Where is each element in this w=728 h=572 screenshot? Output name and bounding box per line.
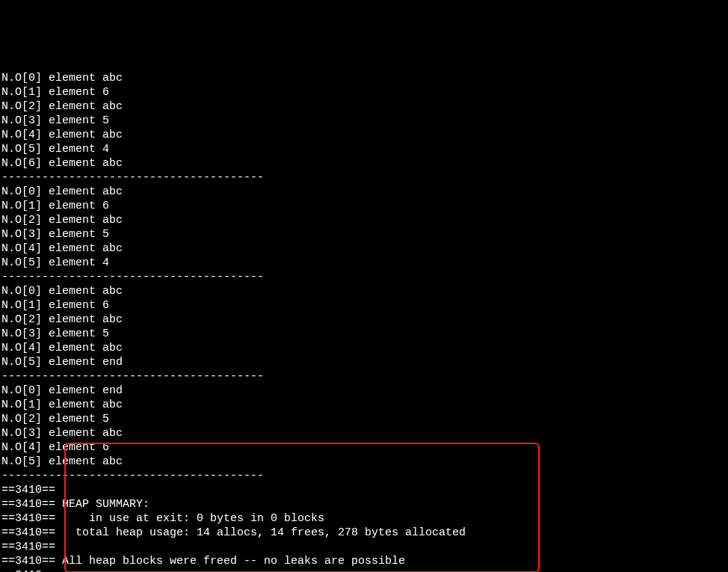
output-line: N.O[3] element 5 [1, 114, 727, 128]
output-line: N.O[5] element 4 [1, 256, 727, 270]
separator-line: --------------------------------------- [1, 469, 727, 483]
output-line: N.O[5] element 4 [1, 142, 727, 156]
output-line: N.O[4] element abc [1, 128, 727, 142]
output-line: N.O[3] element 5 [1, 227, 727, 242]
valgrind-line: ==3410== HEAP SUMMARY: [1, 497, 727, 511]
output-line: N.O[0] element abc [1, 71, 727, 85]
output-line: N.O[5] element end [1, 355, 727, 369]
output-line: N.O[2] element abc [1, 99, 727, 114]
separator-line: --------------------------------------- [1, 270, 727, 284]
output-line: N.O[1] element abc [1, 398, 727, 412]
output-line: N.O[4] element abc [1, 242, 727, 256]
output-line: N.O[0] element abc [1, 284, 727, 298]
output-line: N.O[3] element 5 [1, 327, 727, 341]
output-line: N.O[6] element abc [1, 156, 727, 170]
separator-line: --------------------------------------- [1, 170, 727, 185]
valgrind-line: ==3410== [1, 540, 727, 554]
output-line: N.O[4] element abc [1, 341, 727, 355]
terminal-output[interactable]: N.O[0] element abcN.O[1] element 6N.O[2]… [0, 71, 728, 572]
output-line: N.O[5] element abc [1, 455, 727, 469]
valgrind-line: ==3410== [1, 568, 727, 572]
output-line: N.O[2] element abc [1, 313, 727, 327]
output-line: N.O[0] element abc [1, 185, 727, 199]
separator-line: --------------------------------------- [1, 369, 727, 384]
output-line: N.O[4] element 6 [1, 440, 727, 455]
valgrind-line: ==3410== in use at exit: 0 bytes in 0 bl… [1, 511, 727, 526]
output-line: N.O[1] element 6 [1, 85, 727, 99]
output-line: N.O[0] element end [1, 384, 727, 398]
output-line: N.O[3] element abc [1, 426, 727, 440]
output-line: N.O[2] element 5 [1, 412, 727, 426]
valgrind-line: ==3410== All heap blocks were freed -- n… [1, 554, 727, 568]
output-line: N.O[1] element 6 [1, 298, 727, 313]
valgrind-line: ==3410== [1, 483, 727, 497]
valgrind-line: ==3410== total heap usage: 14 allocs, 14… [1, 526, 727, 540]
output-line: N.O[2] element abc [1, 213, 727, 227]
output-line: N.O[1] element 6 [1, 199, 727, 213]
